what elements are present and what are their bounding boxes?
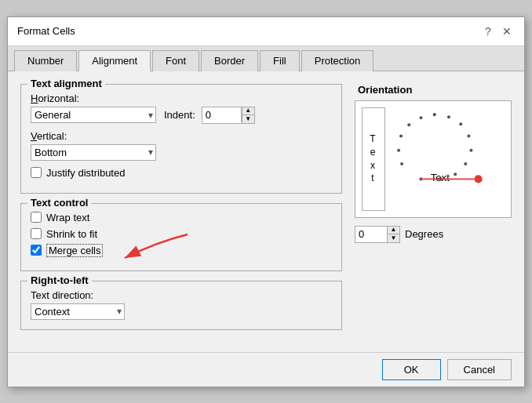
text-direction-label: Text direction: — [31, 289, 332, 301]
tab-protection[interactable]: Protection — [301, 50, 374, 71]
svg-point-13 — [397, 148, 400, 151]
svg-point-10 — [419, 116, 422, 119]
svg-point-3 — [454, 172, 457, 176]
justify-distributed-checkbox[interactable] — [31, 167, 42, 178]
tab-bar: Number Alignment Font Border Fill Protec… — [8, 46, 524, 71]
indent-input[interactable] — [202, 107, 242, 122]
horizontal-label: Horizontal: — [31, 93, 332, 104]
left-panel: Text alignment Horizontal: General Left … — [20, 84, 342, 339]
dialog-content: Text alignment Horizontal: General Left … — [8, 71, 524, 352]
vertical-row: Top Center Bottom Justify Distributed — [31, 144, 332, 161]
svg-point-4 — [464, 162, 467, 165]
justify-distributed-label[interactable]: Justify distributed — [46, 167, 125, 179]
indent-row: Indent: ▲ ▼ — [164, 107, 255, 124]
indent-spinner-buttons: ▲ ▼ — [242, 107, 254, 123]
shrink-to-fit-row: Shrink to fit — [31, 228, 332, 240]
text-alignment-label: Text alignment — [27, 78, 105, 89]
text-control-label: Text control — [27, 197, 91, 209]
dial-area: Text — [393, 107, 505, 211]
svg-point-8 — [447, 115, 450, 118]
text-control-section: Text control Wrap text Shrink to fit Mer… — [20, 203, 342, 271]
vertical-label: Vertical: — [31, 130, 332, 142]
degrees-input-wrapper: ▲ ▼ — [355, 226, 400, 243]
title-bar: Format Cells ? ✕ — [8, 17, 524, 46]
degrees-label: Degrees — [405, 228, 443, 240]
format-cells-dialog: Format Cells ? ✕ Number Alignment Font B… — [7, 16, 525, 387]
svg-point-16 — [474, 175, 482, 183]
svg-point-12 — [399, 134, 403, 137]
horizontal-select[interactable]: General Left Center Right Fill Justify C… — [31, 107, 156, 123]
svg-point-5 — [469, 148, 472, 151]
merge-cells-row: Merge cells — [31, 245, 332, 256]
degrees-input[interactable] — [355, 227, 387, 241]
svg-point-6 — [467, 134, 470, 137]
horizontal-select-wrapper: General Left Center Right Fill Justify C… — [31, 107, 156, 123]
cancel-button[interactable]: Cancel — [447, 359, 512, 380]
degrees-up-button[interactable]: ▲ — [387, 227, 399, 234]
svg-point-9 — [433, 113, 436, 116]
vertical-select-wrapper: Top Center Bottom Justify Distributed — [31, 144, 156, 161]
svg-point-14 — [400, 162, 403, 165]
wrap-text-row: Wrap text — [31, 212, 332, 223]
merge-cells-label[interactable]: Merge cells — [46, 245, 103, 256]
horizontal-row: General Left Center Right Fill Justify C… — [31, 107, 332, 124]
wrap-text-checkbox[interactable] — [31, 212, 42, 223]
text-vertical: T e x t — [362, 107, 385, 211]
indent-down-button[interactable]: ▼ — [242, 115, 254, 123]
indent-up-button[interactable]: ▲ — [242, 107, 254, 115]
dialog-footer: OK Cancel — [8, 352, 524, 387]
indent-label: Indent: — [164, 109, 195, 121]
shrink-to-fit-checkbox[interactable] — [31, 228, 42, 239]
right-to-left-section: Right-to-left Text direction: Context Le… — [20, 281, 342, 330]
degrees-spinner-buttons: ▲ ▼ — [387, 227, 399, 242]
shrink-to-fit-label[interactable]: Shrink to fit — [46, 228, 97, 240]
wrap-text-label[interactable]: Wrap text — [46, 212, 89, 223]
tab-number[interactable]: Number — [14, 50, 77, 71]
degrees-row: ▲ ▼ Degrees — [355, 226, 512, 243]
tab-font[interactable]: Font — [152, 50, 199, 71]
justify-distributed-row: Justify distributed — [31, 167, 332, 179]
svg-point-11 — [407, 123, 410, 126]
tab-border[interactable]: Border — [201, 50, 258, 71]
orientation-box: T e x t — [355, 100, 512, 218]
indent-spinner: ▲ ▼ — [202, 107, 255, 124]
svg-text:Text: Text — [431, 172, 450, 183]
indent-input-wrapper: ▲ ▼ — [202, 107, 255, 124]
text-alignment-section: Text alignment Horizontal: General Left … — [20, 84, 342, 194]
text-direction-select-wrapper: Context Left-to-Right Right-to-Left — [31, 303, 125, 320]
help-button[interactable]: ? — [480, 24, 496, 39]
title-bar-buttons: ? ✕ — [480, 24, 515, 39]
text-direction-select[interactable]: Context Left-to-Right Right-to-Left — [31, 303, 125, 320]
degrees-down-button[interactable]: ▼ — [387, 234, 399, 242]
orientation-dial: Text — [393, 107, 505, 211]
close-button[interactable]: ✕ — [499, 24, 515, 39]
orientation-title: Orientation — [355, 84, 512, 96]
dialog-title: Format Cells — [17, 25, 75, 37]
vertical-select[interactable]: Top Center Bottom Justify Distributed — [31, 144, 156, 161]
right-panel: Orientation T e x t — [355, 84, 512, 339]
tab-fill[interactable]: Fill — [260, 50, 300, 71]
tab-alignment[interactable]: Alignment — [78, 50, 151, 71]
merge-cells-checkbox[interactable] — [31, 245, 42, 256]
ok-button[interactable]: OK — [382, 359, 441, 380]
svg-point-7 — [459, 122, 462, 125]
right-to-left-label: Right-to-left — [27, 274, 92, 286]
